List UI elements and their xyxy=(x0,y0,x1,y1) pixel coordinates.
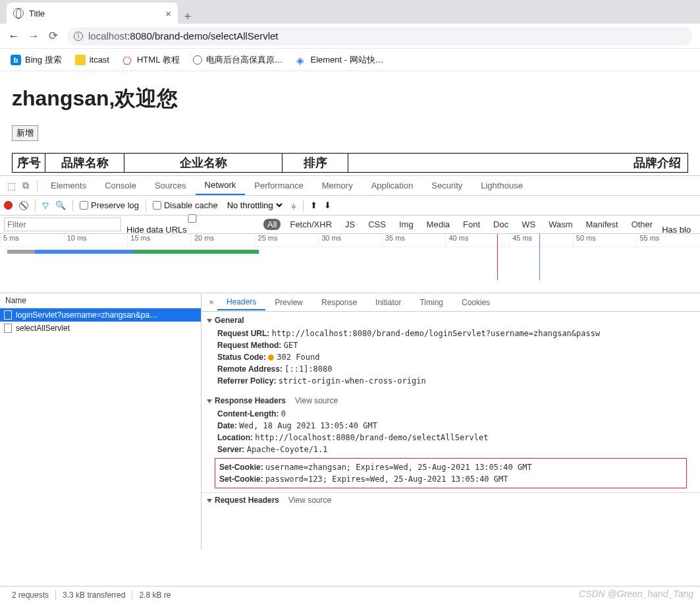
request-details: × Headers Preview Response Initiator Tim… xyxy=(202,293,700,550)
request-row[interactable]: loginServlet?username=zhangsan&pa… xyxy=(0,308,201,322)
tab-initiator[interactable]: Initiator xyxy=(366,295,410,310)
close-icon[interactable]: × xyxy=(165,8,171,19)
location-header: Location: http://localhost:8080/brand-de… xyxy=(202,432,700,444)
preserve-log-checkbox[interactable]: Preserve log xyxy=(80,200,139,210)
tab-application[interactable]: Application xyxy=(362,177,423,194)
bookmark-element[interactable]: ◈Element - 网站快… xyxy=(296,54,384,66)
file-icon xyxy=(4,310,12,320)
tab-console[interactable]: Console xyxy=(95,177,146,194)
type-css[interactable]: CSS xyxy=(364,219,390,230)
type-all[interactable]: All xyxy=(263,219,281,230)
tab-lighthouse[interactable]: Lighthouse xyxy=(471,177,532,194)
forward-button[interactable]: → xyxy=(28,30,40,43)
bookmark-bing[interactable]: bBing 搜索 xyxy=(11,54,62,66)
network-timeline[interactable]: 5 ms 10 ms 15 ms 20 ms 25 ms 30 ms 35 ms… xyxy=(0,234,700,293)
request-row[interactable]: selectAllServlet xyxy=(0,322,201,335)
filter-types: Hide data URLs All Fetch/XHR JS CSS Img … xyxy=(0,215,700,234)
type-wasm[interactable]: Wasm xyxy=(545,219,576,230)
server-header: Server: Apache-Coyote/1.1 xyxy=(202,444,700,455)
type-media[interactable]: Media xyxy=(423,219,454,230)
col-brand: 品牌名称 xyxy=(45,154,124,173)
set-cookie-1: Set-Cookie: username=zhangsan; Expires=W… xyxy=(217,461,685,473)
filter-icon[interactable]: ▽ xyxy=(42,200,49,210)
request-headers-section[interactable]: Request HeadersView source xyxy=(202,492,700,507)
globe-icon xyxy=(193,55,202,65)
download-icon[interactable]: ⬇ xyxy=(324,200,331,210)
referrer-policy: Referrer Policy: strict-origin-when-cros… xyxy=(202,375,700,387)
filter-input[interactable] xyxy=(4,217,121,231)
transferred: 3.3 kB transferred xyxy=(56,590,132,600)
inspect-icon[interactable]: ⬚ xyxy=(4,181,18,191)
upload-icon[interactable]: ⬆ xyxy=(310,200,317,210)
type-font[interactable]: Font xyxy=(459,219,484,230)
type-other[interactable]: Other xyxy=(628,219,657,230)
col-company: 企业名称 xyxy=(124,154,283,173)
new-tab-button[interactable]: + xyxy=(178,10,198,24)
col-desc: 品牌介绍 xyxy=(348,154,688,173)
requests-count: 2 requests xyxy=(5,590,56,600)
navbar: ← → ⟳ i localhost:8080/brand-demo/select… xyxy=(0,24,700,49)
type-img[interactable]: Img xyxy=(395,219,417,230)
device-toggle-icon[interactable]: ⧉ xyxy=(18,180,33,191)
code-icon: ⎔ xyxy=(122,55,133,65)
general-section[interactable]: General xyxy=(202,313,700,328)
tab-title: Title xyxy=(29,9,45,18)
type-ws[interactable]: WS xyxy=(518,219,539,230)
url-path: :8080/brand-demo/selectAllServlet xyxy=(127,30,278,42)
bookmarks-bar: bBing 搜索 itcast ⎔HTML 教程 电商后台高保真原… ◈Elem… xyxy=(0,49,700,71)
wifi-icon[interactable]: ⏚ xyxy=(291,200,296,210)
address-bar[interactable]: i localhost:8080/brand-demo/selectAllSer… xyxy=(67,27,692,45)
detail-tabs: × Headers Preview Response Initiator Tim… xyxy=(202,293,700,312)
back-button[interactable]: ← xyxy=(8,30,20,43)
remote-address: Remote Address: [::1]:8080 xyxy=(202,363,700,375)
tab-security[interactable]: Security xyxy=(422,177,471,194)
type-fetch[interactable]: Fetch/XHR xyxy=(286,219,336,230)
col-order: 排序 xyxy=(283,154,348,173)
tab-cookies[interactable]: Cookies xyxy=(452,295,499,310)
type-doc[interactable]: Doc xyxy=(489,219,512,230)
name-column-header[interactable]: Name xyxy=(0,293,201,308)
tab-headers[interactable]: Headers xyxy=(217,295,265,310)
type-manifest[interactable]: Manifest xyxy=(581,219,622,230)
url-host: localhost xyxy=(88,30,127,42)
tab-sources[interactable]: Sources xyxy=(146,177,196,194)
hide-data-urls-checkbox[interactable]: Hide data URLs xyxy=(126,214,258,235)
brand-table: 序号 品牌名称 企业名称 排序 品牌介绍 xyxy=(12,153,688,173)
bookmark-ecom[interactable]: 电商后台高保真原… xyxy=(193,54,283,66)
bing-icon: b xyxy=(11,55,21,65)
timeline-bar xyxy=(133,250,259,254)
view-source-link[interactable]: View source xyxy=(295,396,338,405)
tab-network[interactable]: Network xyxy=(196,176,246,195)
reload-button[interactable]: ⟳ xyxy=(47,29,59,43)
tab-performance[interactable]: Performance xyxy=(245,177,312,194)
chevron-down-icon xyxy=(207,399,212,403)
type-js[interactable]: JS xyxy=(341,219,359,230)
tab-preview[interactable]: Preview xyxy=(265,295,312,310)
tab-elements[interactable]: Elements xyxy=(41,177,95,194)
response-headers-section[interactable]: Response HeadersView source xyxy=(202,393,700,408)
tab-timing[interactable]: Timing xyxy=(410,295,452,310)
search-icon[interactable]: 🔍 xyxy=(55,200,66,210)
clear-button[interactable] xyxy=(19,201,28,210)
chevron-down-icon xyxy=(207,499,212,503)
record-button[interactable] xyxy=(4,201,13,210)
tab-strip: Title × + xyxy=(0,0,700,24)
disable-cache-checkbox[interactable]: Disable cache xyxy=(153,200,218,210)
browser-tab[interactable]: Title × xyxy=(7,3,178,24)
throttle-select[interactable]: No throttling xyxy=(225,200,284,211)
has-blocked-checkbox[interactable]: Has blo xyxy=(662,214,700,235)
tab-response[interactable]: Response xyxy=(312,295,366,310)
bookmark-folder[interactable]: itcast xyxy=(75,55,109,65)
tab-memory[interactable]: Memory xyxy=(313,177,362,194)
headers-body: General Request URL: http://localhost:80… xyxy=(202,312,700,550)
date-header: Date: Wed, 18 Aug 2021 13:05:40 GMT xyxy=(202,420,700,432)
network-statusbar: 2 requests 3.3 kB transferred 2.8 kB re xyxy=(0,586,700,603)
bookmark-html[interactable]: ⎔HTML 教程 xyxy=(122,54,180,66)
devtools: ⬚ ⧉ Elements Console Sources Network Per… xyxy=(0,175,700,550)
add-button[interactable]: 新增 xyxy=(12,125,38,141)
view-source-link[interactable]: View source xyxy=(288,496,331,505)
close-details-button[interactable]: × xyxy=(205,297,217,307)
folder-icon xyxy=(75,55,86,65)
col-index: 序号 xyxy=(13,154,45,173)
site-info-icon[interactable]: i xyxy=(74,32,83,41)
